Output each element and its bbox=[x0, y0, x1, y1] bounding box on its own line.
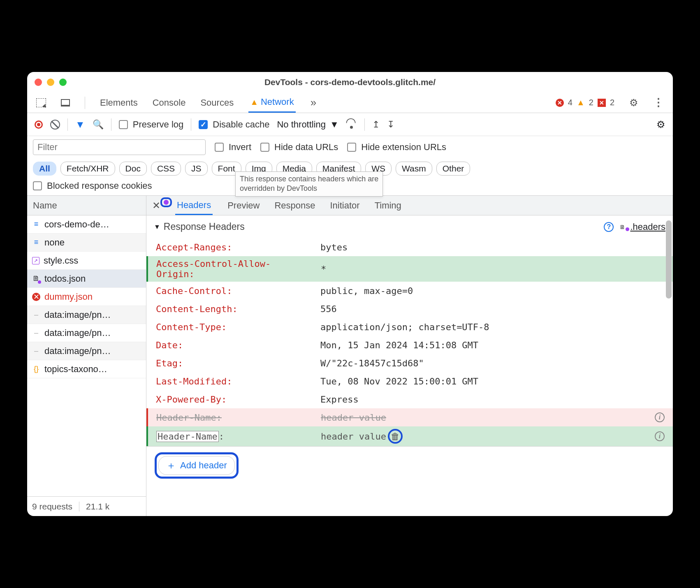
chevron-down-icon: ▼ bbox=[330, 119, 339, 130]
override-indicator-highlight bbox=[160, 197, 172, 207]
device-toolbar-icon[interactable] bbox=[61, 99, 70, 106]
header-value: * bbox=[321, 264, 665, 274]
network-conditions-icon[interactable] bbox=[346, 120, 357, 129]
more-menu-icon[interactable]: ⋮ bbox=[653, 96, 664, 109]
info-icon[interactable]: i bbox=[655, 412, 665, 422]
details-panel: ✕ Headers Preview Response Initiator Tim… bbox=[146, 196, 673, 516]
override-dot-icon bbox=[164, 200, 169, 205]
header-value: Express bbox=[320, 394, 665, 405]
header-row: Etag:W/"22c-18457c15d68" bbox=[146, 354, 673, 372]
download-har-icon[interactable]: ↧ bbox=[387, 119, 394, 130]
header-value: bytes bbox=[320, 242, 665, 252]
search-icon[interactable]: 🔍 bbox=[93, 119, 104, 130]
preserve-log-checkbox[interactable]: Preserve log bbox=[119, 119, 184, 130]
add-header-button[interactable]: ＋ Add header bbox=[158, 456, 235, 475]
filter-wasm[interactable]: Wasm bbox=[396, 162, 432, 176]
header-name: Content-Length: bbox=[156, 304, 320, 314]
request-row[interactable]: –data:image/pn… bbox=[27, 306, 146, 324]
trash-icon[interactable]: 🗑 bbox=[391, 431, 400, 442]
header-row: Access-Control-Allow- Origin:* bbox=[146, 256, 673, 282]
help-icon[interactable]: ? bbox=[604, 222, 614, 232]
request-label: none bbox=[44, 237, 65, 248]
header-name: Last-Modified: bbox=[156, 376, 320, 387]
response-headers-section[interactable]: ▼ Response Headers ? 🗎 .headers bbox=[146, 215, 673, 238]
info-icon[interactable]: i bbox=[655, 431, 665, 441]
request-row[interactable]: –data:image/pn… bbox=[27, 324, 146, 342]
clear-button[interactable] bbox=[50, 120, 60, 130]
request-row[interactable]: ↗style.css bbox=[27, 252, 146, 270]
checkbox-checked-icon bbox=[199, 120, 208, 129]
close-details-button[interactable]: ✕ bbox=[152, 200, 160, 211]
gray-icon: – bbox=[32, 347, 40, 355]
divider bbox=[85, 97, 85, 109]
request-label: data:image/pn… bbox=[44, 328, 111, 338]
add-header-row: ＋ Add header bbox=[146, 446, 673, 484]
request-row[interactable]: ≡none bbox=[27, 234, 146, 252]
header-row: Last-Modified:Tue, 08 Nov 2022 15:00:01 … bbox=[146, 372, 673, 390]
filter-input[interactable] bbox=[33, 139, 206, 155]
extra-filter-row: Blocked response cookies arty requests T… bbox=[27, 179, 673, 195]
request-row[interactable]: –data:image/pn… bbox=[27, 342, 146, 360]
settings-gear-icon[interactable]: ⚙ bbox=[629, 97, 638, 109]
column-header-name[interactable]: Name bbox=[27, 196, 146, 215]
header-name-input[interactable]: Header-Name bbox=[156, 431, 219, 442]
disable-cache-checkbox[interactable]: Disable cache bbox=[199, 119, 269, 130]
filter-fetch-xhr[interactable]: Fetch/XHR bbox=[60, 162, 115, 176]
request-row[interactable]: ≡cors-demo-de… bbox=[27, 215, 146, 234]
checkbox-icon bbox=[119, 120, 128, 129]
more-tabs-button[interactable]: » bbox=[311, 96, 316, 109]
filter-toggle-icon[interactable]: ▼ bbox=[75, 119, 85, 130]
filter-bar: Invert Hide data URLs Hide extension URL… bbox=[27, 136, 673, 158]
request-label: dummy.json bbox=[44, 292, 93, 302]
header-row: Cache-Control:public, max-age=0 bbox=[146, 282, 673, 300]
main-area: Name ≡cors-demo-de…≡none↗style.css🗎todos… bbox=[27, 195, 673, 516]
status-badges[interactable]: ✕4 ▲2 ✕2 bbox=[556, 98, 614, 107]
tab-elements[interactable]: Elements bbox=[100, 97, 138, 108]
tab-sources[interactable]: Sources bbox=[200, 97, 234, 108]
hide-data-urls-checkbox[interactable]: Hide data URLs bbox=[260, 142, 338, 153]
details-tab-preview[interactable]: Preview bbox=[227, 200, 260, 211]
header-name: Content-Type: bbox=[156, 322, 320, 332]
blocked-cookies-checkbox[interactable]: Blocked response cookies bbox=[33, 181, 152, 191]
request-row[interactable]: {}topics-taxono… bbox=[27, 360, 146, 378]
network-settings-icon[interactable]: ⚙ bbox=[656, 119, 665, 130]
details-tab-timing[interactable]: Timing bbox=[375, 200, 401, 211]
request-row[interactable]: 🗎todos.json bbox=[27, 270, 146, 288]
header-name: Access-Control-Allow- Origin: bbox=[156, 259, 321, 279]
network-toolbar: ▼ 🔍 Preserve log Disable cache No thrott… bbox=[27, 113, 673, 136]
header-row: Header-Name:header valuei bbox=[146, 408, 673, 426]
filter-css[interactable]: CSS bbox=[151, 162, 181, 176]
tab-network[interactable]: ▲ Network bbox=[248, 93, 295, 113]
details-tab-headers[interactable]: Headers bbox=[175, 196, 213, 215]
header-name: X-Powered-By: bbox=[156, 394, 320, 405]
ovr-icon: 🗎 bbox=[32, 274, 40, 283]
header-name: Etag: bbox=[156, 358, 320, 368]
devtools-window: DevTools - cors-demo-devtools.glitch.me/… bbox=[27, 72, 673, 516]
request-label: topics-taxono… bbox=[44, 364, 107, 375]
throttling-select[interactable]: No throttling ▼ bbox=[277, 119, 338, 130]
headers-list: Accept-Ranges:bytesAccess-Control-Allow-… bbox=[146, 238, 673, 446]
filter-doc[interactable]: Doc bbox=[119, 162, 147, 176]
hide-extension-urls-checkbox[interactable]: Hide extension URLs bbox=[347, 142, 446, 153]
scrollbar-thumb[interactable] bbox=[666, 220, 672, 299]
invert-checkbox[interactable]: Invert bbox=[215, 142, 251, 153]
request-label: data:image/pn… bbox=[44, 346, 111, 357]
request-label: todos.json bbox=[44, 273, 86, 284]
header-value: 556 bbox=[320, 304, 665, 314]
details-tab-initiator[interactable]: Initiator bbox=[330, 200, 359, 211]
tab-console[interactable]: Console bbox=[153, 97, 186, 108]
upload-har-icon[interactable]: ↥ bbox=[372, 119, 380, 130]
titlebar: DevTools - cors-demo-devtools.glitch.me/ bbox=[27, 72, 673, 93]
request-row[interactable]: ✕dummy.json bbox=[27, 288, 146, 306]
inspect-element-icon[interactable] bbox=[36, 98, 46, 107]
record-button[interactable] bbox=[35, 120, 43, 129]
headers-file-link[interactable]: .headers bbox=[630, 222, 665, 232]
details-tab-response[interactable]: Response bbox=[274, 200, 315, 211]
window-title: DevTools - cors-demo-devtools.glitch.me/ bbox=[27, 77, 673, 87]
filter-all[interactable]: All bbox=[33, 162, 56, 176]
plus-icon: ＋ bbox=[166, 459, 176, 472]
filter-js[interactable]: JS bbox=[185, 162, 208, 176]
header-row[interactable]: Header-Name:header value🗑i bbox=[146, 426, 673, 446]
filter-other[interactable]: Other bbox=[436, 162, 471, 176]
status-bar: 9 requests 21.1 k bbox=[27, 496, 146, 516]
